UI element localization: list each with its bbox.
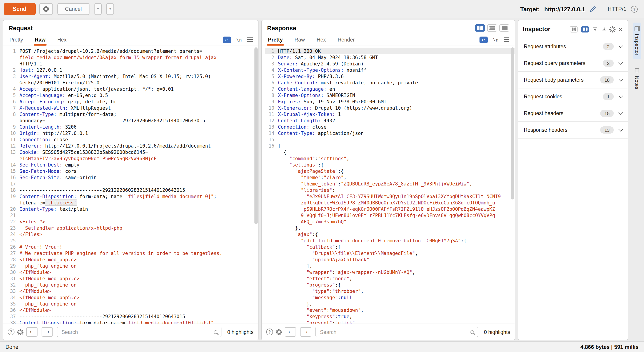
- code-line[interactable]: 19Content-Disposition: form-data; name="…: [7, 193, 258, 206]
- next-match-button[interactable]: →: [300, 327, 312, 337]
- code-line[interactable]: 32 php_flag engine on: [7, 282, 258, 288]
- editor-menu-icon[interactable]: [504, 37, 509, 42]
- collapse-all-icon[interactable]: [602, 26, 607, 32]
- inspector-section-request-cookies[interactable]: Request cookies 1: [518, 88, 628, 105]
- send-settings-button[interactable]: [39, 3, 53, 15]
- code-line[interactable]: 22<Files *>: [7, 218, 258, 225]
- code-line[interactable]: 14Sec-Fetch-Dest: empty: [7, 162, 258, 168]
- inspector-section-query-parameters[interactable]: Request query parameters 3: [518, 55, 628, 72]
- code-line[interactable]: 25: [7, 237, 258, 244]
- code-line[interactable]: 35 php_flag engine on: [7, 301, 258, 307]
- code-line[interactable]: 31<IfModule mod_php7.c>: [7, 275, 258, 282]
- history-forward-dropdown[interactable]: ▾: [107, 3, 114, 14]
- code-line[interactable]: 15: [265, 136, 515, 143]
- request-tab-raw[interactable]: Raw: [34, 34, 46, 46]
- code-line[interactable]: 13Cookie: SESS05d4275ca1538832b5ab92000b…: [7, 149, 258, 162]
- code-line[interactable]: 36</IfModule>: [7, 307, 258, 313]
- prev-match-button[interactable]: ←: [285, 327, 296, 337]
- history-back-dropdown[interactable]: ▾: [94, 3, 101, 14]
- help-icon[interactable]: ?: [631, 6, 638, 12]
- code-line[interactable]: 14Content-Type: application/json: [265, 130, 515, 136]
- http-version-label[interactable]: HTTP/1: [608, 6, 626, 12]
- next-match-button[interactable]: →: [42, 327, 53, 337]
- search-settings-icon[interactable]: [277, 330, 281, 334]
- show-newlines-toggle[interactable]: \n: [493, 37, 498, 42]
- code-line[interactable]: 5Accept-Language: en-US,en;q=0.5: [7, 92, 258, 98]
- code-line[interactable]: 7Content-language: en: [265, 86, 515, 92]
- response-scrollbar[interactable]: [511, 46, 514, 323]
- view-single-button[interactable]: [500, 24, 509, 32]
- code-line[interactable]: 7X-Requested-With: XMLHttpRequest: [7, 105, 258, 111]
- inspector-close-icon[interactable]: ×: [618, 26, 623, 32]
- inspector-dock-side-icon[interactable]: [570, 26, 578, 32]
- request-tab-hex[interactable]: Hex: [56, 34, 67, 46]
- response-search-input[interactable]: [316, 327, 478, 337]
- inspector-section-response-headers[interactable]: Response headers 13: [518, 122, 628, 139]
- code-line[interactable]: 26# Vroum! Vroum!: [7, 244, 258, 250]
- response-tab-pretty[interactable]: Pretty: [267, 34, 284, 46]
- show-newlines-toggle[interactable]: \n: [236, 37, 242, 42]
- code-line[interactable]: 5X-Powered-By: PHP/8.3.6: [265, 73, 515, 79]
- code-line[interactable]: 38Content-Disposition: form-data; name="…: [7, 320, 258, 324]
- code-line[interactable]: 16Sec-Fetch-Site: same-origin: [7, 174, 258, 180]
- response-scrollbar-thumb[interactable]: [511, 47, 514, 199]
- code-line[interactable]: 11X-Drupal-Ajax-Token: 1: [265, 111, 515, 117]
- inspector-settings-icon[interactable]: [611, 27, 614, 31]
- send-button[interactable]: Send: [4, 3, 36, 15]
- code-line[interactable]: 30</IfModule>: [7, 269, 258, 275]
- code-line[interactable]: 9Expires: Sun, 19 Nov 1978 05:00:00 GMT: [265, 98, 515, 105]
- inspector-section-request-attributes[interactable]: Request attributes 2: [518, 38, 628, 55]
- code-line[interactable]: 2Date: Sat, 04 May 2024 18:36:58 GMT: [265, 54, 515, 60]
- code-line[interactable]: 3Server: Apache/2.4.59 (Debian): [265, 60, 515, 67]
- code-line[interactable]: 8Content-Type: multipart/form-data; boun…: [7, 111, 258, 124]
- code-line[interactable]: 24</Files>: [7, 231, 258, 237]
- code-line[interactable]: 20Content-Type: text/plain: [7, 206, 258, 212]
- soft-wrap-toggle-icon[interactable]: ↵: [223, 36, 231, 43]
- response-tab-raw[interactable]: Raw: [294, 34, 306, 46]
- request-scrollbar[interactable]: [254, 46, 258, 323]
- code-line[interactable]: 12Referer: http://127.0.0.1/Projects/dru…: [7, 143, 258, 149]
- code-line[interactable]: 10X-Generator: Drupal 10 (https://www.dr…: [265, 105, 515, 111]
- code-line[interactable]: 3User-Agent: Mozilla/5.0 (Macintosh; Int…: [7, 73, 258, 86]
- request-editor[interactable]: 1POST /Projects/drupal-10.2.6/media/add/…: [3, 46, 258, 324]
- search-help-icon[interactable]: ?: [8, 329, 14, 335]
- code-line[interactable]: 10Origin: http://127.0.0.1: [7, 130, 258, 136]
- code-line[interactable]: 13Connection: close: [265, 124, 515, 130]
- soft-wrap-toggle-icon[interactable]: ↵: [480, 36, 488, 43]
- inspector-dock-panel-icon[interactable]: [582, 26, 589, 32]
- code-line[interactable]: 2Host: 127.0.0.1: [7, 67, 258, 73]
- code-line[interactable]: 12Content-Length: 4432: [265, 117, 515, 124]
- expand-all-icon[interactable]: [593, 26, 598, 32]
- inspector-section-body-parameters[interactable]: Request body parameters 18: [518, 72, 628, 88]
- code-line[interactable]: 17: [7, 180, 258, 187]
- code-line[interactable]: 4Accept: application/json, text/javascri…: [7, 86, 258, 92]
- code-line[interactable]: 34<IfModule mod_php5.c>: [7, 294, 258, 301]
- request-scrollbar-thumb[interactable]: [254, 47, 258, 224]
- code-line[interactable]: 1HTTP/1.1 200 OK: [265, 48, 515, 54]
- view-side-by-side-button[interactable]: [475, 24, 485, 32]
- code-line[interactable]: 15Sec-Fetch-Mode: cors: [7, 168, 258, 174]
- code-line[interactable]: 4X-Content-Type-Options: nosniff: [265, 67, 515, 73]
- view-stacked-button[interactable]: [487, 24, 497, 32]
- request-tab-pretty[interactable]: Pretty: [8, 34, 24, 46]
- prev-match-button[interactable]: ←: [26, 327, 38, 337]
- code-line[interactable]: 27# We reactivate PHP engines for all ve…: [7, 250, 258, 256]
- code-line[interactable]: 23 SetHandler application/x-httpd-php: [7, 225, 258, 231]
- code-line[interactable]: 33</IfModule>: [7, 288, 258, 294]
- edit-target-icon[interactable]: [590, 6, 596, 12]
- code-line[interactable]: 29 php_flag engine on: [7, 263, 258, 269]
- side-tab-inspector[interactable]: Inspector: [633, 22, 641, 59]
- code-line[interactable]: 6Accept-Encoding: gzip, deflate, br: [7, 98, 258, 105]
- code-line[interactable]: 8X-Frame-Options: SAMEORIGIN: [265, 92, 515, 98]
- side-tab-notes[interactable]: Notes: [633, 64, 641, 93]
- code-line[interactable]: 6Cache-Control: must-revalidate, no-cach…: [265, 79, 515, 86]
- response-tab-render[interactable]: Render: [337, 34, 356, 46]
- search-help-icon[interactable]: ?: [266, 329, 273, 335]
- code-line[interactable]: 9Content-Length: 3206: [7, 124, 258, 130]
- response-viewer[interactable]: 1HTTP/1.1 200 OK2Date: Sat, 04 May 2024 …: [262, 46, 515, 324]
- code-line[interactable]: 1POST /Projects/drupal-10.2.6/media/add/…: [7, 48, 258, 67]
- code-line[interactable]: 28<IfModule mod_php.c>: [7, 256, 258, 263]
- code-line[interactable]: 18-----------------------------292129206…: [7, 187, 258, 193]
- code-line[interactable]: 21: [7, 212, 258, 218]
- editor-menu-icon[interactable]: [247, 37, 253, 42]
